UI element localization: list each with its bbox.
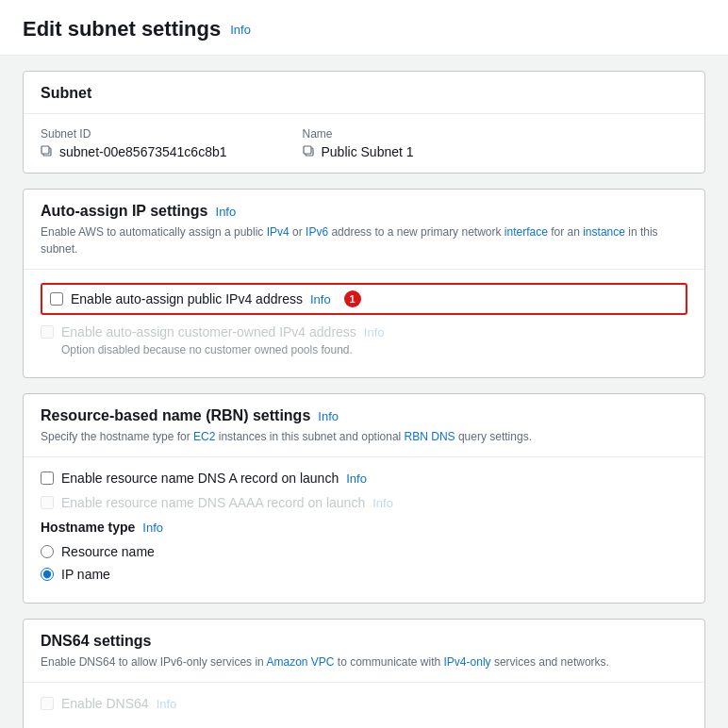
- main-content: Subnet Subnet ID subnet-00e85673541c6c8b…: [0, 56, 728, 728]
- rbn-link[interactable]: RBN DNS: [405, 430, 455, 443]
- dns-aaaa-info-link[interactable]: Info: [372, 496, 393, 510]
- auto-assign-title: Auto-assign IP settings: [41, 203, 208, 220]
- subnet-section: Subnet Subnet ID subnet-00e85673541c6c8b…: [23, 71, 705, 174]
- rbn-description: Specify the hostname type for EC2 instan…: [41, 428, 687, 445]
- customer-owned-checkbox[interactable]: [41, 325, 54, 339]
- dns-a-row: Enable resource name DNS A record on lau…: [41, 471, 687, 486]
- auto-assign-description: Enable AWS to automatically assign a pub…: [41, 223, 687, 257]
- name-value-row: Public Subnet 1: [303, 144, 414, 159]
- subnet-id-value-row: subnet-00e85673541c6c8b1: [41, 144, 227, 159]
- ipv4-badge: 1: [344, 290, 361, 307]
- dns64-checkbox[interactable]: [41, 697, 54, 710]
- resource-name-radio-row: Resource name: [41, 544, 687, 559]
- subnet-id-value: subnet-00e85673541c6c8b1: [59, 144, 227, 159]
- hostname-type-row: Hostname type Info: [41, 520, 687, 535]
- name-value: Public Subnet 1: [322, 144, 414, 159]
- header-info-link[interactable]: Info: [230, 23, 251, 37]
- subnet-section-title: Subnet: [41, 85, 91, 101]
- ec2-link[interactable]: EC2: [193, 430, 215, 443]
- auto-assign-header: Auto-assign IP settings Info Enable AWS …: [24, 190, 704, 270]
- auto-assign-title-row: Auto-assign IP settings Info: [41, 203, 687, 220]
- dns64-enable-row: Enable DNS64 Info: [41, 696, 687, 711]
- subnet-section-header: Subnet: [24, 72, 704, 114]
- dns-a-info-link[interactable]: Info: [346, 472, 367, 486]
- dns64-enable-label: Enable DNS64: [61, 696, 149, 711]
- subnet-id-group: Subnet ID subnet-00e85673541c6c8b1: [41, 127, 227, 159]
- dns-a-checkbox[interactable]: [41, 472, 54, 485]
- rbn-section: Resource-based name (RBN) settings Info …: [23, 393, 705, 604]
- resource-name-label: Resource name: [61, 544, 155, 559]
- dns64-title-row: DNS64 settings: [41, 633, 687, 650]
- name-group: Name Public Subnet 1: [303, 127, 414, 159]
- rbn-info-link[interactable]: Info: [318, 409, 339, 423]
- resource-name-radio[interactable]: [41, 545, 54, 558]
- auto-assign-section: Auto-assign IP settings Info Enable AWS …: [23, 189, 705, 378]
- hostname-type-info-link[interactable]: Info: [142, 521, 163, 535]
- dns64-info-link[interactable]: Info: [157, 697, 177, 711]
- dns-aaaa-row: Enable resource name DNS AAAA record on …: [41, 495, 687, 510]
- copy-subnet-id-icon[interactable]: [41, 145, 54, 158]
- amazon-vpc-link[interactable]: Amazon VPC: [266, 655, 334, 669]
- ipv4-checkbox[interactable]: [50, 292, 63, 306]
- rbn-title: Resource-based name (RBN) settings: [41, 407, 310, 424]
- ipv4-info-link[interactable]: Info: [310, 292, 331, 306]
- rbn-title-row: Resource-based name (RBN) settings Info: [41, 407, 687, 424]
- instance-link[interactable]: instance: [583, 225, 625, 239]
- copy-name-icon[interactable]: [303, 145, 316, 158]
- hostname-type-label: Hostname type: [41, 520, 135, 535]
- rbn-header: Resource-based name (RBN) settings Info …: [24, 394, 704, 457]
- dns64-title: DNS64 settings: [41, 633, 151, 650]
- customer-owned-info-link[interactable]: Info: [364, 325, 385, 339]
- dns-aaaa-label: Enable resource name DNS AAAA record on …: [61, 495, 365, 510]
- dns-aaaa-checkbox[interactable]: [41, 496, 54, 509]
- ipv6-link[interactable]: IPv6: [306, 225, 328, 239]
- page-header: Edit subnet settings Info: [0, 0, 728, 56]
- subnet-fields: Subnet ID subnet-00e85673541c6c8b1 Name: [24, 114, 704, 173]
- auto-assign-body: Enable auto-assign public IPv4 address I…: [24, 270, 704, 377]
- customer-owned-checkbox-row: Enable auto-assign customer-owned IPv4 a…: [41, 324, 687, 339]
- dns-a-label: Enable resource name DNS A record on lau…: [61, 471, 339, 486]
- ip-name-radio-row: IP name: [41, 567, 687, 582]
- ip-name-label: IP name: [61, 567, 110, 582]
- dns64-description: Enable DNS64 to allow IPv6-only services…: [41, 654, 687, 670]
- hostname-radio-group: Resource name IP name: [41, 544, 687, 582]
- ipv4-checkbox-row: Enable auto-assign public IPv4 address I…: [41, 283, 687, 315]
- ipv4-link[interactable]: IPv4: [267, 225, 290, 239]
- dns64-section: DNS64 settings Enable DNS64 to allow IPv…: [23, 619, 705, 728]
- subnet-id-label: Subnet ID: [41, 127, 227, 141]
- dns64-header: DNS64 settings Enable DNS64 to allow IPv…: [24, 620, 704, 683]
- ipv4-checkbox-label: Enable auto-assign public IPv4 address: [71, 291, 303, 306]
- svg-rect-1: [41, 146, 49, 154]
- interface-link[interactable]: interface: [505, 225, 548, 239]
- ipv4-only-link[interactable]: IPv4-only: [444, 655, 491, 669]
- name-label: Name: [303, 127, 414, 141]
- auto-assign-info-link[interactable]: Info: [216, 205, 237, 219]
- customer-owned-description: Option disabled because no customer owne…: [61, 343, 687, 356]
- svg-rect-3: [304, 146, 311, 154]
- rbn-body: Enable resource name DNS A record on lau…: [24, 457, 704, 603]
- ip-name-radio[interactable]: [41, 568, 54, 581]
- page-title: Edit subnet settings: [23, 17, 221, 41]
- customer-owned-label: Enable auto-assign customer-owned IPv4 a…: [61, 324, 356, 339]
- dns64-body: Enable DNS64 Info: [24, 683, 704, 728]
